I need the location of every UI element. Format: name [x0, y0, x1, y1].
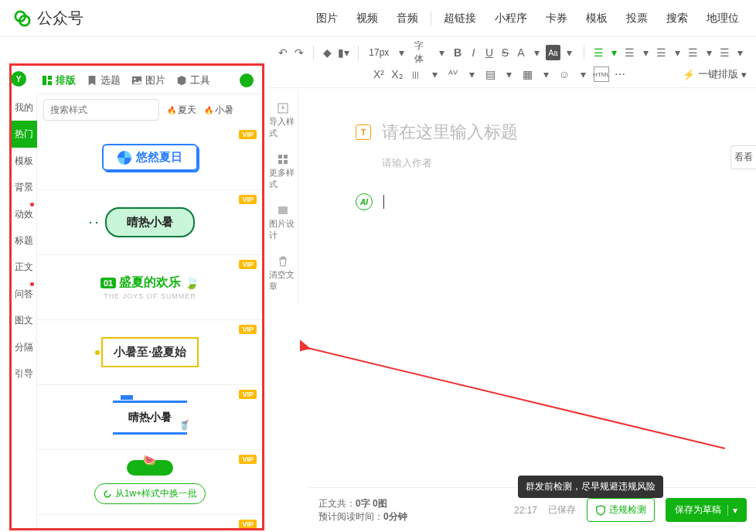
- bold-icon[interactable]: B: [451, 45, 464, 60]
- vtab-template[interactable]: 模板: [11, 148, 37, 174]
- style-card[interactable]: VIP小暑至·盛夏始: [37, 320, 263, 385]
- fontsize-select[interactable]: 17px: [366, 47, 392, 58]
- top-nav: 图片 视频 音频 超链接 小程序 卡券 模板 投票 搜索 地理位: [307, 12, 748, 26]
- vtab-body[interactable]: 正文: [11, 254, 37, 280]
- more-icon[interactable]: ⋯: [612, 66, 628, 82]
- vtab-divider[interactable]: 分隔: [11, 334, 37, 360]
- style-card[interactable]: VIP晴热小暑: [37, 190, 263, 255]
- strike-icon[interactable]: S: [499, 45, 511, 60]
- align-left-icon[interactable]: ☰: [592, 45, 604, 60]
- paint-icon[interactable]: ▮▾: [337, 45, 349, 60]
- pic-design-button[interactable]: 图片设计: [269, 200, 297, 246]
- layout-icon: [42, 75, 53, 86]
- redo-icon[interactable]: ↷: [292, 45, 305, 60]
- text-caret[interactable]: [383, 195, 384, 209]
- app-logo: 公众号: [14, 8, 83, 29]
- shield-icon: [595, 505, 606, 516]
- refresh-button[interactable]: 从1w+样式中换一批: [94, 483, 206, 504]
- vip-badge: VIP: [239, 130, 257, 139]
- align-right-icon[interactable]: ☰: [656, 45, 668, 60]
- category-tabs: 我的 热门 模板 背景 动效 标题 正文 问答 图文 分隔 引导: [11, 94, 37, 532]
- nav-video[interactable]: 视频: [356, 12, 378, 26]
- search-input[interactable]: [50, 104, 166, 115]
- preview-button[interactable]: 看看: [730, 145, 756, 169]
- align-center-icon[interactable]: ☰: [624, 45, 636, 60]
- author-input[interactable]: 请输入作者: [382, 156, 710, 170]
- vtab-mine[interactable]: 我的: [11, 94, 37, 121]
- svg-line-15: [308, 348, 725, 448]
- list2-icon[interactable]: ▤: [482, 66, 498, 82]
- import-style-button[interactable]: 导入样式: [269, 97, 297, 144]
- spacing-icon[interactable]: ᴬⱽ: [445, 66, 461, 82]
- nav-link[interactable]: 超链接: [444, 12, 476, 26]
- vtab-title[interactable]: 标题: [11, 227, 37, 254]
- more-style-button[interactable]: 更多样式: [269, 148, 297, 195]
- nav-card[interactable]: 卡券: [546, 12, 567, 26]
- actions-sidebar: 导入样式 更多样式 图片设计 清空文章: [267, 90, 298, 305]
- vtab-pictext[interactable]: 图文: [11, 307, 37, 333]
- vtab-hot[interactable]: 热门: [11, 121, 37, 147]
- nav-vote[interactable]: 投票: [626, 12, 648, 26]
- style-card[interactable]: VIP01盛夏的欢乐🍃THE JOYS OF SUMMER: [37, 255, 263, 320]
- search-box[interactable]: [43, 99, 159, 121]
- svg-rect-13: [284, 160, 288, 164]
- font-select[interactable]: 字体: [411, 39, 433, 66]
- y-badge: Y: [11, 71, 26, 87]
- leaf-icon: 🍃: [184, 275, 199, 290]
- bookmark-icon: [87, 75, 97, 86]
- list-icon[interactable]: ☰: [718, 45, 730, 60]
- nav-search[interactable]: 搜索: [666, 12, 688, 26]
- underline-icon[interactable]: U: [483, 45, 495, 60]
- nav-sep: [431, 12, 431, 26]
- svg-rect-12: [278, 160, 282, 164]
- hot-tag-2[interactable]: 小暑: [204, 104, 233, 117]
- auto-layout-button[interactable]: ⚡一键排版▾: [683, 67, 747, 81]
- style-card[interactable]: VIP: [37, 515, 263, 530]
- import-icon: [277, 102, 289, 114]
- subtab-image[interactable]: 图片: [131, 73, 165, 87]
- nav-audio[interactable]: 音频: [397, 12, 418, 26]
- svg-rect-2: [43, 75, 46, 84]
- nav-geo[interactable]: 地理位: [707, 12, 739, 26]
- vtab-bg[interactable]: 背景: [11, 174, 37, 200]
- nav-image[interactable]: 图片: [316, 12, 338, 26]
- nav-miniprog[interactable]: 小程序: [495, 12, 527, 26]
- detect-button[interactable]: 违规检测: [587, 498, 655, 522]
- hot-tag-1[interactable]: 夏天: [167, 104, 196, 117]
- style-card[interactable]: VIP从1w+样式中换一批: [37, 450, 263, 515]
- vtab-qa[interactable]: 问答: [11, 281, 37, 307]
- subtab-layout[interactable]: 排版: [42, 73, 76, 87]
- save-draft-button[interactable]: 保存为草稿▾: [666, 498, 747, 522]
- style-list: VIP悠然夏日 VIP晴热小暑 VIP01盛夏的欢乐🍃THE JOYS OF S…: [37, 125, 263, 530]
- subtab-topic[interactable]: 选题: [87, 73, 121, 87]
- refresh-icon: [103, 489, 112, 499]
- ai-icon[interactable]: AI: [356, 193, 373, 210]
- emoji-icon[interactable]: ☺: [557, 66, 572, 82]
- insert-icon[interactable]: ▦: [519, 66, 535, 82]
- title-input[interactable]: 请在这里输入标题: [382, 121, 518, 144]
- subtab-tool[interactable]: 工具: [176, 73, 210, 87]
- sup-icon[interactable]: X²: [371, 66, 387, 82]
- nav-template[interactable]: 模板: [586, 12, 608, 26]
- vtab-effect[interactable]: 动效: [11, 201, 37, 227]
- sub-icon[interactable]: X₂: [390, 66, 405, 82]
- italic-icon[interactable]: I: [467, 45, 479, 60]
- justify-icon[interactable]: ☰: [686, 45, 699, 60]
- image-icon: [131, 75, 142, 86]
- color-icon[interactable]: A: [515, 45, 527, 60]
- clear-button[interactable]: 清空文章: [269, 251, 297, 297]
- html-icon[interactable]: HTML: [594, 66, 609, 82]
- svg-rect-3: [48, 75, 52, 79]
- lineheight-icon[interactable]: ⫼: [408, 66, 424, 82]
- style-card[interactable]: VIP悠然夏日: [37, 125, 263, 190]
- save-dropdown-icon[interactable]: ▾: [727, 505, 737, 516]
- style-card[interactable]: VIP晴热小暑: [37, 385, 263, 450]
- bgcolor-icon[interactable]: Aa: [546, 45, 560, 60]
- undo-icon[interactable]: ↶: [277, 45, 289, 60]
- trash-icon: [277, 255, 289, 268]
- vtab-guide[interactable]: 引导: [11, 360, 37, 387]
- title-icon: T: [356, 124, 371, 140]
- svg-rect-14: [278, 206, 288, 214]
- svg-point-6: [134, 77, 136, 80]
- tag-icon[interactable]: ◆: [322, 45, 334, 60]
